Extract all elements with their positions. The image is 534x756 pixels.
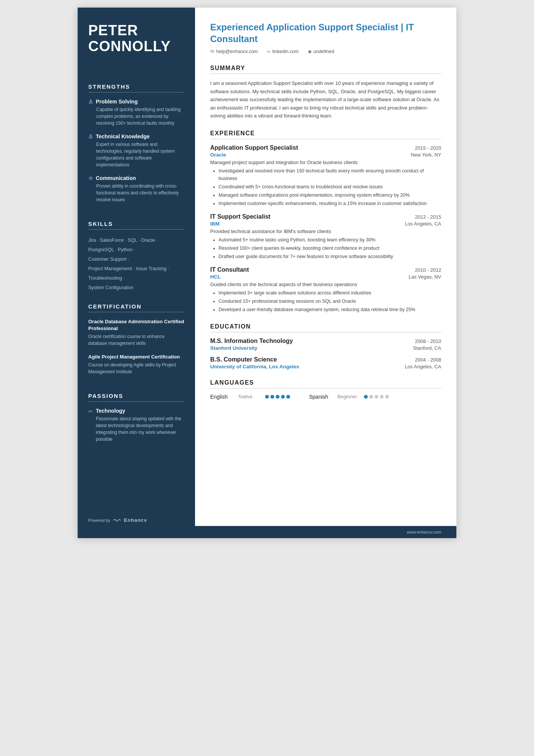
exp-title-1: Application Support Specialist bbox=[210, 144, 298, 151]
dot-4 bbox=[281, 395, 285, 399]
strengths-list: ♙ Problem Solving Capable of quickly ide… bbox=[88, 99, 184, 210]
skill-row-6: System Configuration bbox=[88, 283, 184, 293]
main-content: Experienced Application Support Speciali… bbox=[195, 8, 456, 415]
cert-name-1: Oracle Database Administration Certified… bbox=[88, 318, 184, 332]
edu-degree-1: M.S. Information Technology bbox=[210, 338, 293, 344]
passion-item-1: ✂ Technology Passionate about staying up… bbox=[88, 408, 184, 443]
bullet-1-1: Investigated and resolved more than 150 … bbox=[219, 167, 441, 182]
cert-item-2: Agile Project Management Certification C… bbox=[88, 354, 184, 375]
lang-level-english: Native bbox=[239, 394, 261, 399]
education-item-1: M.S. Information Technology 2008 - 2010 … bbox=[210, 338, 441, 351]
passion-desc-1: Passionate about staying updated with th… bbox=[96, 415, 184, 443]
languages-row: English Native Spanish Beginner bbox=[210, 394, 441, 400]
skills-list: Jira · SalesForce · SQL · Oracle · Postg… bbox=[88, 236, 184, 293]
exp-desc-3: Guided clients on the technical aspects … bbox=[210, 282, 441, 287]
email-icon: ✉ bbox=[210, 49, 214, 54]
cert-desc-1: Oracle certification course to enhance d… bbox=[88, 333, 184, 347]
exp-location-2: Los Angeles, CA bbox=[405, 221, 441, 227]
experience-item-3: IT Consultant 2010 - 2012 HCL Las Vegas,… bbox=[210, 266, 441, 313]
passion-title-1: Technology bbox=[96, 408, 184, 414]
exp-header-3: IT Consultant 2010 - 2012 bbox=[210, 266, 441, 273]
cert-name-2: Agile Project Management Certification bbox=[88, 354, 184, 360]
dot-sp-3 bbox=[375, 395, 378, 399]
resume-container: PETER CONNOLLY STRENGTHS ♙ Problem Solvi… bbox=[78, 8, 456, 538]
lang-dots-english bbox=[265, 395, 290, 399]
exp-dates-3: 2010 - 2012 bbox=[415, 267, 441, 273]
exp-location-3: Las Vegas, NV bbox=[409, 274, 441, 280]
strength-item-3: ☆ Communication Proven ability in coordi… bbox=[88, 175, 184, 203]
bullet-2-2: Resolved 100+ client queries bi-weekly, … bbox=[219, 244, 441, 252]
bullet-3-3: Developed a user-friendly database manag… bbox=[219, 306, 441, 313]
exp-bullets-3: Implemented 3+ large scale software solu… bbox=[210, 289, 441, 313]
passion-icon-1: ✂ bbox=[88, 408, 93, 415]
edu-header-1: M.S. Information Technology 2008 - 2010 bbox=[210, 338, 441, 344]
passion-content-1: Technology Passionate about staying upda… bbox=[96, 408, 184, 443]
skill-row-1: Jira · SalesForce · SQL · Oracle · bbox=[88, 236, 184, 245]
bullet-1-3: Managed software configurations post-imp… bbox=[219, 191, 441, 199]
linkedin-text: linkedin.com bbox=[272, 49, 298, 54]
strength-icon-2: ♙ bbox=[88, 133, 93, 139]
edu-location-2: Los Angeles, CA bbox=[405, 364, 441, 369]
powered-by-text: Powered by bbox=[88, 518, 110, 523]
edu-sub-2: University of California, Los Angeles Lo… bbox=[210, 364, 441, 369]
exp-sub-2: IBM Los Angeles, CA bbox=[210, 221, 441, 227]
footer-website: www.enhancv.com bbox=[407, 530, 441, 534]
name-line1: PETER bbox=[88, 22, 138, 38]
strength-item-1: ♙ Problem Solving Capable of quickly ide… bbox=[88, 99, 184, 127]
email-text: help@enhancv.com bbox=[216, 49, 258, 54]
passions-list: ✂ Technology Passionate about staying up… bbox=[88, 408, 184, 443]
passions-section-title: PASSIONS bbox=[88, 393, 184, 402]
bullet-1-4: Implemented customer-specific enhancemen… bbox=[219, 200, 441, 207]
education-item-2: B.S. Computer Science 2004 - 2008 Univer… bbox=[210, 356, 441, 369]
bullet-1-2: Coordinated with 5+ cross-functional tea… bbox=[219, 183, 441, 191]
lang-item-english: English Native bbox=[210, 394, 290, 400]
exp-desc-2: Provided technical assistance for IBM's … bbox=[210, 229, 441, 234]
exp-header-1: Application Support Specialist 2015 - 20… bbox=[210, 144, 441, 151]
lang-dots-spanish bbox=[364, 395, 389, 399]
summary-section-title: SUMMARY bbox=[210, 65, 441, 74]
experience-section-title: EXPERIENCE bbox=[210, 130, 441, 139]
exp-company-3: HCL bbox=[210, 274, 221, 280]
contact-location: ◆ undefined bbox=[308, 49, 334, 54]
lang-item-spanish: Spanish Beginner bbox=[309, 394, 389, 400]
exp-bullets-2: Automated 5+ routine tasks using Python,… bbox=[210, 236, 441, 260]
location-text: undefined bbox=[314, 49, 334, 54]
bullet-3-2: Conducted 15+ professional training sess… bbox=[219, 297, 441, 305]
summary-text: I am a seasoned Application Support Spec… bbox=[210, 79, 441, 120]
exp-sub-3: HCL Las Vegas, NV bbox=[210, 274, 441, 280]
contact-linkedin: ∞ linkedin.com bbox=[267, 49, 299, 54]
name-line2: CONNOLLY bbox=[88, 38, 171, 54]
bullet-3-1: Implemented 3+ large scale software solu… bbox=[219, 289, 441, 297]
bullet-2-3: Drafted user guide documents for 7+ new … bbox=[219, 253, 441, 260]
strength-desc-1: Capable of quickly identifying and tackl… bbox=[88, 106, 184, 127]
footer-bar: www.enhancv.com bbox=[195, 526, 456, 538]
strength-desc-2: Expert in various software and technolog… bbox=[88, 141, 184, 168]
location-icon: ◆ bbox=[308, 49, 312, 54]
dot-sp-5 bbox=[385, 395, 389, 399]
edu-dates-2: 2004 - 2008 bbox=[415, 357, 441, 363]
skill-row-4: Project Management · Issue Tracking · bbox=[88, 264, 184, 274]
job-title: Experienced Application Support Speciali… bbox=[210, 21, 441, 45]
dot-2 bbox=[270, 395, 274, 399]
skill-row-5: Troubleshooting · bbox=[88, 274, 184, 283]
strength-title-1: Problem Solving bbox=[96, 99, 137, 105]
dot-sp-2 bbox=[369, 395, 373, 399]
strength-icon-3: ☆ bbox=[88, 175, 93, 181]
edu-sub-1: Stanford University Stanford, CA bbox=[210, 345, 441, 351]
exp-company-1: Oracle bbox=[210, 152, 226, 158]
education-section-title: EDUCATION bbox=[210, 323, 441, 332]
exp-location-1: New York, NY bbox=[411, 152, 441, 158]
candidate-name: PETER CONNOLLY bbox=[88, 23, 184, 55]
dot-3 bbox=[276, 395, 279, 399]
sidebar: PETER CONNOLLY STRENGTHS ♙ Problem Solvi… bbox=[78, 8, 195, 538]
dot-sp-4 bbox=[380, 395, 384, 399]
exp-header-2: IT Support Specialist 2012 - 2015 bbox=[210, 213, 441, 220]
dot-1 bbox=[265, 395, 269, 399]
edu-school-2: University of California, Los Angeles bbox=[210, 364, 299, 369]
strength-header-3: ☆ Communication bbox=[88, 175, 184, 181]
skills-section-title: SKILLS bbox=[88, 221, 184, 230]
exp-dates-1: 2015 - 2020 bbox=[415, 145, 441, 151]
strength-icon-1: ♙ bbox=[88, 99, 93, 105]
bullet-2-1: Automated 5+ routine tasks using Python,… bbox=[219, 236, 441, 244]
exp-title-3: IT Consultant bbox=[210, 266, 249, 273]
